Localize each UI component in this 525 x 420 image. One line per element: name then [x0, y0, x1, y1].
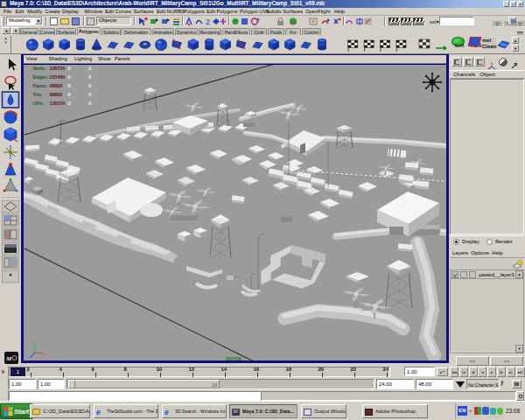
svg-text:98892: 98892: [50, 92, 63, 97]
svg-text:Faces:: Faces:: [33, 83, 48, 88]
svg-text:Tris:: Tris:: [33, 92, 43, 97]
svg-text:0: 0: [68, 66, 71, 71]
svg-text:y: y: [32, 338, 35, 343]
svg-text:0: 0: [68, 92, 71, 97]
svg-text:0: 0: [68, 74, 71, 80]
svg-text:Edges:: Edges:: [33, 74, 49, 80]
svg-text:x: x: [44, 352, 46, 357]
svg-text:0: 0: [88, 101, 91, 106]
svg-text:0: 0: [88, 66, 91, 71]
svg-text:Verts:: Verts:: [33, 66, 46, 71]
svg-text:0: 0: [88, 74, 91, 80]
svg-text:UVs:: UVs:: [33, 101, 44, 106]
svg-text:0: 0: [88, 83, 91, 88]
svg-text:136724: 136724: [50, 101, 66, 106]
svg-text:2: 2: [206, 18, 210, 26]
svg-text:215460: 215460: [50, 74, 66, 80]
svg-text:0: 0: [68, 101, 71, 106]
svg-text:98892: 98892: [50, 83, 63, 88]
svg-text:136724: 136724: [50, 66, 66, 71]
svg-text:0: 0: [68, 83, 71, 88]
svg-text:M: M: [5, 355, 12, 362]
svg-text:0: 0: [88, 92, 91, 97]
